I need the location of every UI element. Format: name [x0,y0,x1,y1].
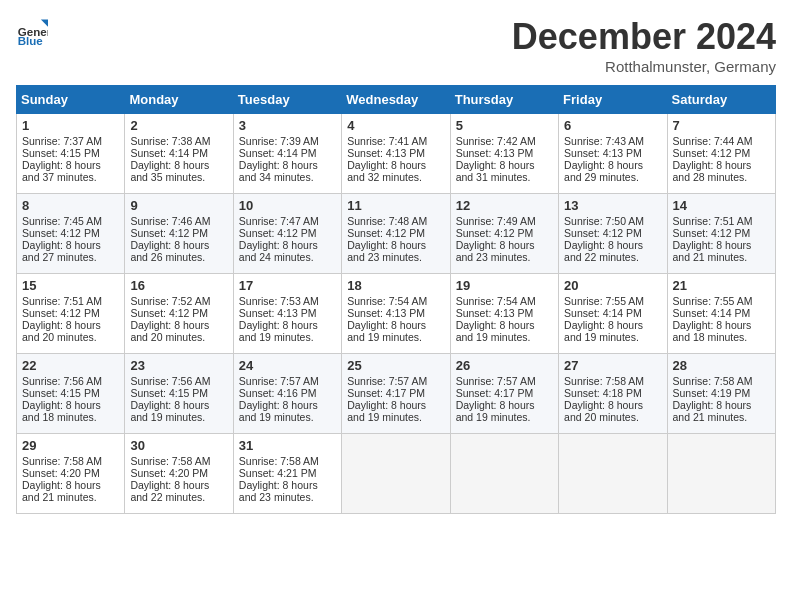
sunset-text: Sunset: 4:17 PM [456,387,553,399]
day-number: 8 [22,198,119,213]
sunrise-text: Sunrise: 7:54 AM [456,295,553,307]
sunset-text: Sunset: 4:14 PM [673,307,770,319]
day-number: 23 [130,358,227,373]
day-number: 5 [456,118,553,133]
calendar-cell: 29Sunrise: 7:58 AMSunset: 4:20 PMDayligh… [17,434,125,514]
day-number: 28 [673,358,770,373]
sunrise-text: Sunrise: 7:51 AM [673,215,770,227]
day-number: 24 [239,358,336,373]
sunset-text: Sunset: 4:12 PM [564,227,661,239]
daylight-text: Daylight: 8 hours and 18 minutes. [673,319,770,343]
sunset-text: Sunset: 4:15 PM [130,387,227,399]
calendar-cell [559,434,667,514]
day-number: 6 [564,118,661,133]
sunrise-text: Sunrise: 7:58 AM [564,375,661,387]
day-number: 21 [673,278,770,293]
sunset-text: Sunset: 4:13 PM [347,147,444,159]
sunset-text: Sunset: 4:13 PM [456,307,553,319]
daylight-text: Daylight: 8 hours and 35 minutes. [130,159,227,183]
sunset-text: Sunset: 4:13 PM [347,307,444,319]
sunset-text: Sunset: 4:21 PM [239,467,336,479]
daylight-text: Daylight: 8 hours and 20 minutes. [22,319,119,343]
day-number: 20 [564,278,661,293]
calendar-header-row: SundayMondayTuesdayWednesdayThursdayFrid… [17,86,776,114]
logo: General Blue [16,16,48,48]
sunrise-text: Sunrise: 7:57 AM [456,375,553,387]
day-of-week-header: Saturday [667,86,775,114]
day-number: 10 [239,198,336,213]
calendar-cell: 9Sunrise: 7:46 AMSunset: 4:12 PMDaylight… [125,194,233,274]
sunset-text: Sunset: 4:13 PM [564,147,661,159]
calendar-cell [342,434,450,514]
daylight-text: Daylight: 8 hours and 27 minutes. [22,239,119,263]
calendar-week-row: 8Sunrise: 7:45 AMSunset: 4:12 PMDaylight… [17,194,776,274]
day-number: 19 [456,278,553,293]
day-of-week-header: Tuesday [233,86,341,114]
calendar-cell: 19Sunrise: 7:54 AMSunset: 4:13 PMDayligh… [450,274,558,354]
daylight-text: Daylight: 8 hours and 23 minutes. [239,479,336,503]
daylight-text: Daylight: 8 hours and 19 minutes. [239,399,336,423]
sunset-text: Sunset: 4:18 PM [564,387,661,399]
calendar-body: 1Sunrise: 7:37 AMSunset: 4:15 PMDaylight… [17,114,776,514]
day-number: 26 [456,358,553,373]
calendar-cell: 5Sunrise: 7:42 AMSunset: 4:13 PMDaylight… [450,114,558,194]
day-number: 9 [130,198,227,213]
sunrise-text: Sunrise: 7:39 AM [239,135,336,147]
calendar-cell [450,434,558,514]
daylight-text: Daylight: 8 hours and 37 minutes. [22,159,119,183]
day-number: 25 [347,358,444,373]
title-area: December 2024 Rotthalmunster, Germany [512,16,776,75]
sunrise-text: Sunrise: 7:46 AM [130,215,227,227]
svg-text:Blue: Blue [18,35,44,47]
sunrise-text: Sunrise: 7:55 AM [673,295,770,307]
day-number: 7 [673,118,770,133]
day-number: 3 [239,118,336,133]
sunset-text: Sunset: 4:13 PM [456,147,553,159]
logo-icon: General Blue [16,16,48,48]
daylight-text: Daylight: 8 hours and 21 minutes. [673,239,770,263]
sunrise-text: Sunrise: 7:58 AM [22,455,119,467]
calendar-week-row: 15Sunrise: 7:51 AMSunset: 4:12 PMDayligh… [17,274,776,354]
calendar-week-row: 29Sunrise: 7:58 AMSunset: 4:20 PMDayligh… [17,434,776,514]
calendar-cell: 6Sunrise: 7:43 AMSunset: 4:13 PMDaylight… [559,114,667,194]
calendar-cell: 27Sunrise: 7:58 AMSunset: 4:18 PMDayligh… [559,354,667,434]
day-number: 29 [22,438,119,453]
day-number: 12 [456,198,553,213]
sunset-text: Sunset: 4:13 PM [239,307,336,319]
daylight-text: Daylight: 8 hours and 24 minutes. [239,239,336,263]
daylight-text: Daylight: 8 hours and 19 minutes. [564,319,661,343]
calendar-cell: 16Sunrise: 7:52 AMSunset: 4:12 PMDayligh… [125,274,233,354]
daylight-text: Daylight: 8 hours and 23 minutes. [456,239,553,263]
daylight-text: Daylight: 8 hours and 19 minutes. [239,319,336,343]
calendar-cell: 22Sunrise: 7:56 AMSunset: 4:15 PMDayligh… [17,354,125,434]
sunset-text: Sunset: 4:12 PM [22,307,119,319]
sunset-text: Sunset: 4:15 PM [22,387,119,399]
daylight-text: Daylight: 8 hours and 19 minutes. [130,399,227,423]
sunrise-text: Sunrise: 7:41 AM [347,135,444,147]
day-number: 15 [22,278,119,293]
sunset-text: Sunset: 4:17 PM [347,387,444,399]
sunrise-text: Sunrise: 7:52 AM [130,295,227,307]
daylight-text: Daylight: 8 hours and 19 minutes. [347,399,444,423]
header: General Blue December 2024 Rotthalmunste… [16,16,776,75]
location-title: Rotthalmunster, Germany [512,58,776,75]
calendar-cell: 18Sunrise: 7:54 AMSunset: 4:13 PMDayligh… [342,274,450,354]
calendar-cell: 17Sunrise: 7:53 AMSunset: 4:13 PMDayligh… [233,274,341,354]
sunrise-text: Sunrise: 7:50 AM [564,215,661,227]
day-number: 27 [564,358,661,373]
sunset-text: Sunset: 4:20 PM [130,467,227,479]
calendar-cell: 10Sunrise: 7:47 AMSunset: 4:12 PMDayligh… [233,194,341,274]
sunset-text: Sunset: 4:12 PM [673,227,770,239]
calendar-cell: 14Sunrise: 7:51 AMSunset: 4:12 PMDayligh… [667,194,775,274]
sunrise-text: Sunrise: 7:47 AM [239,215,336,227]
sunrise-text: Sunrise: 7:56 AM [22,375,119,387]
sunrise-text: Sunrise: 7:45 AM [22,215,119,227]
day-of-week-header: Sunday [17,86,125,114]
daylight-text: Daylight: 8 hours and 19 minutes. [456,319,553,343]
sunset-text: Sunset: 4:12 PM [673,147,770,159]
calendar-cell: 13Sunrise: 7:50 AMSunset: 4:12 PMDayligh… [559,194,667,274]
sunset-text: Sunset: 4:14 PM [239,147,336,159]
day-number: 16 [130,278,227,293]
daylight-text: Daylight: 8 hours and 29 minutes. [564,159,661,183]
calendar-cell: 2Sunrise: 7:38 AMSunset: 4:14 PMDaylight… [125,114,233,194]
